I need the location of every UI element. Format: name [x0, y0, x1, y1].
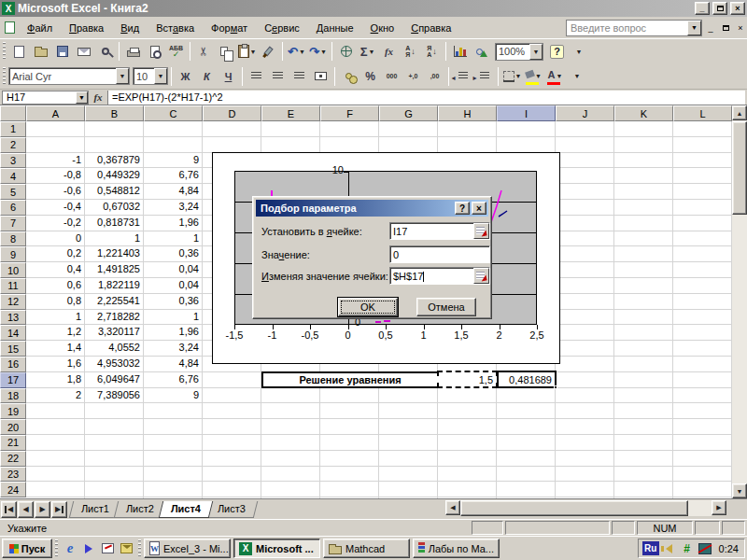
underline-button[interactable]: Ч — [218, 66, 239, 87]
thousands-button[interactable]: 000 — [381, 66, 402, 87]
cancel-button[interactable]: Отмена — [416, 298, 476, 316]
menu-item-сервис[interactable]: Сервис — [256, 20, 308, 36]
doc-close-button[interactable]: × — [734, 21, 747, 34]
set-cell-field[interactable]: I17 — [389, 222, 490, 240]
column-header-J[interactable]: J — [556, 105, 614, 121]
chart-wizard-button[interactable] — [449, 41, 471, 62]
formula-input[interactable]: =EXP(H17)-(2*H17-1)^2 — [107, 91, 745, 105]
row-header-23[interactable]: 23 — [0, 467, 26, 483]
cell-A7[interactable]: -0,2 — [26, 216, 84, 231]
cell-A8[interactable]: 0 — [26, 231, 84, 246]
cell-A16[interactable]: 1,6 — [26, 357, 84, 371]
autosum-dropdown-icon[interactable]: ▼ — [368, 49, 374, 55]
cell-B15[interactable]: 4,0552 — [85, 341, 143, 356]
name-box-dropdown-icon[interactable]: ▼ — [76, 91, 88, 104]
dialog-help-button[interactable]: ? — [455, 202, 470, 215]
sort-descending-button[interactable]: ЯА↓ — [421, 41, 443, 62]
print-preview-button[interactable] — [144, 41, 165, 62]
cell-C6[interactable]: 3,24 — [144, 200, 202, 215]
row-header-11[interactable]: 11 — [0, 278, 26, 294]
cell-B6[interactable]: 0,67032 — [85, 200, 143, 215]
column-header-K[interactable]: K — [614, 105, 673, 121]
cell-C7[interactable]: 1,96 — [144, 216, 202, 231]
next-sheet-button[interactable]: ▶ — [35, 501, 50, 518]
cell-C4[interactable]: 6,76 — [144, 168, 202, 183]
fill-color-button[interactable]: ▼ — [523, 66, 544, 87]
help-button[interactable]: ? — [546, 41, 568, 62]
row-header-22[interactable]: 22 — [0, 451, 26, 467]
row-header-4[interactable]: 4 — [0, 168, 26, 184]
toolbar-options-button[interactable]: ▼ — [568, 41, 589, 62]
vertical-scrollbar[interactable]: ▲ ▼ — [732, 105, 747, 498]
cell-C11[interactable]: 0,04 — [144, 278, 202, 293]
menu-item-справка[interactable]: Справка — [402, 20, 459, 36]
sheet-tab-лист3[interactable]: Лист3 — [205, 501, 259, 518]
print-button[interactable] — [122, 41, 144, 62]
row-header-15[interactable]: 15 — [0, 341, 26, 357]
cell-B9[interactable]: 1,221403 — [85, 246, 143, 261]
font-name-combo[interactable]: Arial Cyr▼ — [8, 67, 130, 85]
dialog-title-bar[interactable]: Подбор параметра ? × — [256, 200, 488, 217]
sort-ascending-button[interactable]: АЯ↓ — [400, 41, 421, 62]
fill-handle[interactable] — [554, 385, 557, 389]
font-color-dropdown-icon[interactable]: ▼ — [557, 73, 563, 79]
font-color-button[interactable]: А▼ — [544, 66, 566, 87]
column-header-C[interactable]: C — [144, 105, 203, 121]
currency-button[interactable] — [338, 66, 359, 87]
toolbar-drag-handle[interactable] — [3, 42, 6, 61]
cell-A13[interactable]: 1 — [26, 310, 84, 325]
sheet-tab-лист4[interactable]: Лист4 — [159, 501, 214, 518]
start-button[interactable]: Пуск — [2, 539, 52, 558]
column-header-G[interactable]: G — [379, 105, 438, 121]
mail-button[interactable] — [73, 41, 94, 62]
increase-indent-button[interactable] — [473, 66, 495, 87]
menu-item-окно[interactable]: Окно — [362, 20, 403, 36]
cut-button[interactable]: ✂ — [193, 41, 215, 62]
row-header-8[interactable]: 8 — [0, 231, 26, 247]
media-player-quicklaunch-icon[interactable] — [80, 540, 97, 557]
cell-A6[interactable]: -0,4 — [26, 200, 84, 215]
range-select-icon[interactable] — [473, 223, 489, 239]
keyboard-layout-indicator[interactable]: Ru — [642, 541, 659, 555]
cell-A10[interactable]: 0,4 — [26, 262, 84, 277]
last-sheet-button[interactable]: ▶ — [51, 501, 67, 518]
menu-item-вид[interactable]: Вид — [112, 20, 148, 36]
cell-C18[interactable]: 9 — [144, 388, 202, 403]
font-name-dropdown-icon[interactable]: ▼ — [116, 68, 129, 84]
cell-B13[interactable]: 2,718282 — [85, 310, 143, 325]
doc-minimize-button[interactable]: _ — [704, 21, 717, 34]
scroll-up-button[interactable]: ▲ — [732, 105, 747, 120]
fill-dropdown-icon[interactable]: ▼ — [535, 73, 542, 79]
row-header-2[interactable]: 2 — [0, 137, 26, 153]
column-header-A[interactable]: A — [26, 105, 85, 121]
paste-dropdown-icon[interactable]: ▼ — [250, 49, 257, 55]
save-button[interactable] — [51, 41, 73, 62]
italic-button[interactable]: К — [196, 66, 218, 87]
horizontal-scroll-thumb[interactable] — [460, 500, 688, 516]
column-header-D[interactable]: D — [203, 105, 261, 121]
hyperlink-button[interactable] — [335, 41, 357, 62]
menu-item-вставка[interactable]: Вставка — [148, 20, 203, 36]
cell-B16[interactable]: 4,953032 — [85, 357, 143, 371]
menu-item-формат[interactable]: Формат — [203, 20, 256, 36]
close-button[interactable]: × — [730, 2, 745, 15]
cell-A4[interactable]: -0,8 — [26, 168, 84, 183]
task-button-word[interactable]: WExcel_3 - Mi... — [144, 539, 231, 558]
redo-dropdown-icon[interactable]: ▼ — [320, 49, 327, 55]
menu-item-правка[interactable]: Правка — [61, 20, 112, 36]
cell-A3[interactable]: -1 — [26, 153, 84, 168]
bold-button[interactable]: Ж — [175, 66, 196, 87]
increase-decimal-button[interactable]: +,0 — [402, 66, 424, 87]
column-header-H[interactable]: H — [438, 105, 497, 121]
row-header-3[interactable]: 3 — [0, 153, 26, 169]
cell-C13[interactable]: 1 — [144, 310, 202, 325]
toolbar-options-button[interactable]: ▼ — [566, 66, 587, 87]
outlook-quicklaunch-icon[interactable] — [118, 540, 134, 557]
muted-tray-icon[interactable] — [698, 541, 712, 556]
row-header-7[interactable]: 7 — [0, 216, 26, 231]
horizontal-scroll-track[interactable] — [688, 500, 712, 516]
autosum-button[interactable]: Σ▼ — [357, 41, 378, 62]
cell-B17[interactable]: 6,049647 — [85, 372, 143, 387]
row-header-24[interactable]: 24 — [0, 482, 26, 497]
doc-restore-button[interactable] — [719, 21, 732, 34]
